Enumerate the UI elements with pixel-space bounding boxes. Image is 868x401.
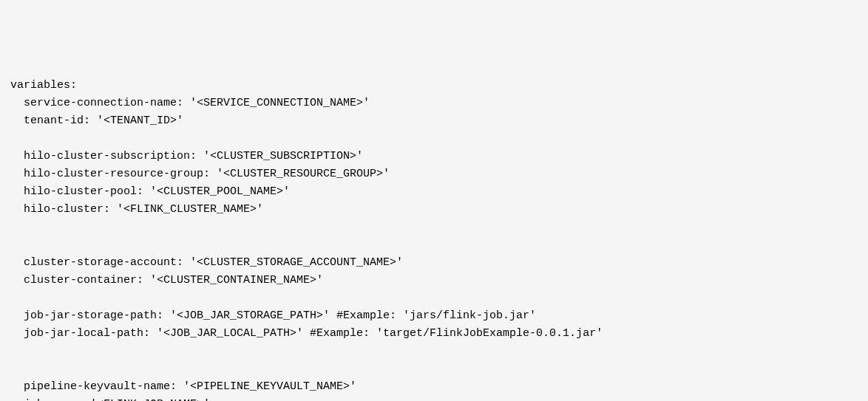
yaml-line: job-jar-local-path: '<JOB_JAR_LOCAL_PATH… (10, 325, 858, 343)
yaml-line: tenant-id: '<TENANT_ID>' (10, 112, 858, 130)
yaml-line: hilo-cluster-subscription: '<CLUSTER_SUB… (10, 148, 858, 165)
yaml-line: cluster-storage-account: '<CLUSTER_STORA… (10, 254, 858, 272)
yaml-line (10, 360, 858, 378)
yaml-code-block: variables: service-connection-name: '<SE… (10, 77, 858, 401)
yaml-line: cluster-container: '<CLUSTER_CONTAINER_N… (10, 272, 858, 289)
yaml-line: pipeline-keyvault-name: '<PIPELINE_KEYVA… (10, 378, 858, 396)
yaml-line (10, 343, 858, 360)
yaml-line (10, 289, 858, 307)
yaml-header-line: variables: (10, 77, 858, 95)
yaml-line: hilo-cluster-pool: '<CLUSTER_POOL_NAME>' (10, 183, 858, 201)
yaml-line: job-jar-storage-path: '<JOB_JAR_STORAGE_… (10, 307, 858, 325)
yaml-line: service-connection-name: '<SERVICE_CONNE… (10, 95, 858, 112)
yaml-line: job-name: '<FLINK_JOB_NAME>' (10, 396, 858, 401)
yaml-line (10, 236, 858, 254)
yaml-line (10, 130, 858, 148)
yaml-line: hilo-cluster: '<FLINK_CLUSTER_NAME>' (10, 201, 858, 219)
yaml-line (10, 219, 858, 236)
yaml-line: hilo-cluster-resource-group: '<CLUSTER_R… (10, 165, 858, 183)
